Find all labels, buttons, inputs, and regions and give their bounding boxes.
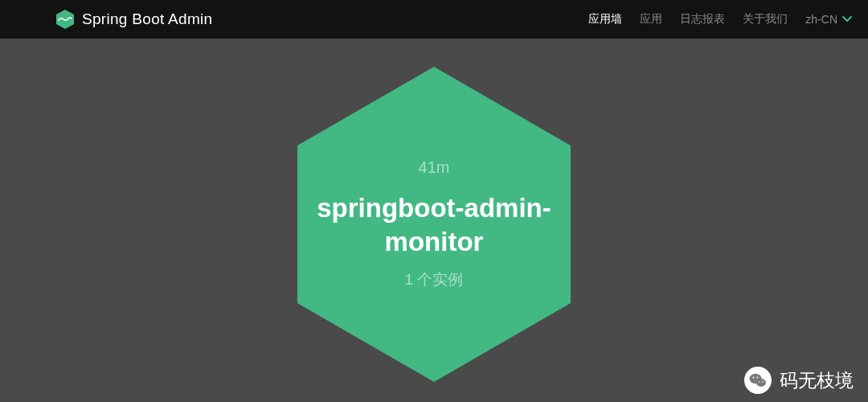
svg-point-5	[757, 377, 759, 379]
nav-item-wallboard[interactable]: 应用墙	[588, 12, 622, 27]
logo-icon	[56, 10, 74, 29]
nav-item-journal[interactable]: 日志报表	[680, 12, 725, 27]
nav-item-about[interactable]: 关于我们	[743, 12, 788, 27]
nav-right: 应用墙 应用 日志报表 关于我们 zh-CN	[588, 12, 852, 27]
navbar: Spring Boot Admin 应用墙 应用 日志报表 关于我们 zh-CN	[0, 0, 868, 39]
watermark: 码无枝境	[744, 367, 854, 394]
tile-content: 41m springboot-admin-monitor 1 个实例	[297, 158, 571, 290]
nav-item-applications[interactable]: 应用	[640, 12, 662, 27]
svg-point-3	[756, 379, 766, 387]
wallboard: 41m springboot-admin-monitor 1 个实例	[0, 39, 868, 402]
brand[interactable]: Spring Boot Admin	[56, 10, 212, 29]
language-label: zh-CN	[805, 13, 837, 26]
svg-point-7	[762, 381, 764, 383]
language-select[interactable]: zh-CN	[805, 13, 852, 26]
chevron-down-icon	[842, 14, 852, 25]
application-tile[interactable]: 41m springboot-admin-monitor 1 个实例	[297, 67, 571, 382]
svg-point-6	[759, 381, 760, 383]
instances-label: 1 个实例	[313, 269, 555, 290]
watermark-text: 码无枝境	[780, 368, 854, 393]
application-name: springboot-admin-monitor	[313, 191, 555, 258]
wechat-icon	[744, 367, 772, 394]
uptime-label: 41m	[313, 158, 555, 177]
brand-title: Spring Boot Admin	[82, 10, 212, 28]
svg-point-4	[753, 377, 755, 379]
